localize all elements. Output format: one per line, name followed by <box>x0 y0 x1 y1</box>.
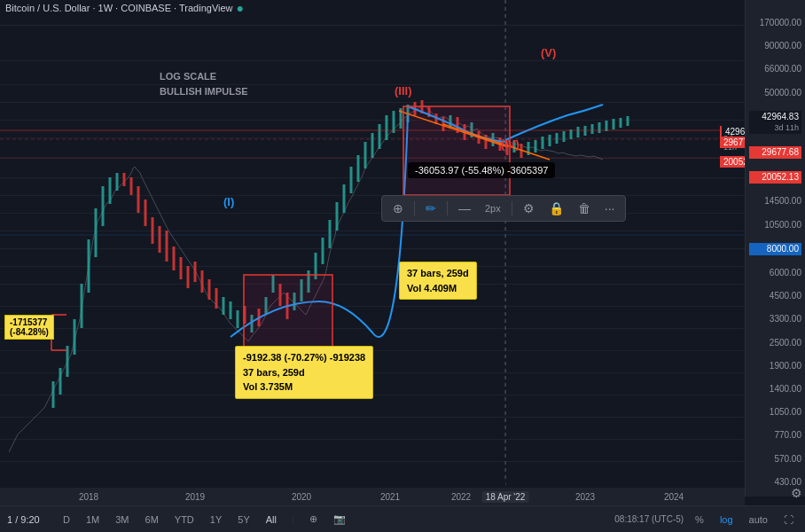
time-2023: 2023 <box>575 492 595 502</box>
drawing-toolbar: ⊕ ✏ — 2px ⚙ 🔒 🗑 ··· <box>381 195 626 222</box>
timeframe-D[interactable]: D <box>59 512 74 527</box>
price-50000: 50000.00 <box>749 88 801 98</box>
price-14500: 14500.00 <box>749 196 801 207</box>
toolbar-crosshair[interactable]: ⊕ <box>389 200 407 217</box>
timeframe-All[interactable]: All <box>262 512 281 527</box>
time-2022: 2022 <box>451 492 471 502</box>
left-measure-label: -1715377(-84.28%) <box>4 315 54 340</box>
toolbar-settings[interactable]: ⚙ <box>520 200 538 217</box>
price-770: 770.00 <box>749 430 801 441</box>
price-current: 42964.833d 11h <box>749 111 801 134</box>
price-20052: 20052.13 <box>749 171 801 184</box>
time-2019: 2019 <box>185 492 205 502</box>
toolbar-more[interactable]: ··· <box>601 200 619 217</box>
timeframe-3M[interactable]: 3M <box>111 512 133 527</box>
price-tooltip-1: -36053.97 (-55.48%) -3605397 <box>408 162 555 178</box>
price-570: 570.00 <box>749 454 801 465</box>
price-1400: 1400.00 <box>749 384 801 395</box>
price3-label: 20052.13 <box>720 156 745 168</box>
screenshot-icon[interactable]: 📷 <box>329 512 350 527</box>
price-90000: 90000.00 <box>749 41 801 51</box>
price-29677: 29677.68 <box>749 146 801 159</box>
time-apr22: 18 Apr '22 <box>482 491 529 503</box>
price2-label: 29677.68 <box>720 137 745 148</box>
log-toggle[interactable]: log <box>715 512 738 527</box>
percent-toggle[interactable]: % <box>691 512 708 527</box>
timeframe-5Y[interactable]: 5Y <box>233 512 254 527</box>
chart-area: Bitcoin / U.S. Dollar · 1W · COINBASE · … <box>0 0 745 497</box>
svg-rect-90 <box>403 106 510 195</box>
time-2021: 2021 <box>380 492 400 502</box>
gear-icon[interactable]: ⚙ <box>787 484 805 502</box>
price-1900: 1900.00 <box>749 361 801 372</box>
live-indicator: ● <box>237 1 244 15</box>
toolbar-delete[interactable]: 🗑 <box>574 200 594 217</box>
price-3300: 3300.00 <box>749 314 801 325</box>
timeframe-1M[interactable]: 1M <box>82 512 104 527</box>
timeframe-1Y[interactable]: 1Y <box>206 512 226 527</box>
log-scale-label: LOG SCALEBULLISH IMPULSE <box>160 69 248 98</box>
price-10500: 10500.00 <box>749 220 801 231</box>
auto-toggle[interactable]: auto <box>745 512 772 527</box>
price-scale: 170000.00 90000.00 66000.00 50000.00 429… <box>745 0 805 497</box>
chart-svg <box>0 0 745 497</box>
toolbar-draw[interactable]: ✏ <box>422 200 440 217</box>
time-2024: 2024 <box>664 492 684 502</box>
price-170000: 170000.00 <box>749 18 801 28</box>
price-6000: 6000.00 <box>749 268 801 278</box>
bottom-bar: 1 / 9:20 D 1M 3M 6M YTD 1Y 5Y All | ⊕ 📷 … <box>0 505 805 532</box>
toolbar-line[interactable]: — <box>455 200 474 217</box>
time-axis: 2018 2019 2020 2021 2022 18 Apr '22 2023… <box>0 488 745 505</box>
price-1050: 1050.00 <box>749 407 801 418</box>
chart-header: Bitcoin / U.S. Dollar · 1W · COINBASE · … <box>0 0 745 16</box>
time-2018: 2018 <box>79 492 98 502</box>
timeframe-YTD[interactable]: YTD <box>170 512 199 527</box>
zoom-level: 1 / 9:20 <box>7 514 51 525</box>
fullscreen-icon[interactable]: ⛶ <box>779 512 798 527</box>
timeframe-6M[interactable]: 6M <box>141 512 163 527</box>
price-4500: 4500.00 <box>749 291 801 301</box>
compare-icon[interactable]: ⊕ <box>305 512 322 527</box>
chart-time: 08:18:17 (UTC-5) <box>614 514 684 524</box>
chart-title: Bitcoin / U.S. Dollar · 1W · COINBASE · … <box>5 3 233 13</box>
price-66000: 66000.00 <box>749 64 801 74</box>
measure-box-2: 37 bars, 259d Vol 4.409M <box>399 262 477 300</box>
toolbar-linewidth[interactable]: 2px <box>481 201 504 215</box>
measure-box-1: -9192.38 (-70.27%) -919238 37 bars, 259d… <box>235 346 373 399</box>
toolbar-lock[interactable]: 🔒 <box>545 200 567 217</box>
price-8000: 8000.00 <box>749 243 801 255</box>
price-2500: 2500.00 <box>749 338 801 348</box>
time-2020: 2020 <box>292 492 311 502</box>
